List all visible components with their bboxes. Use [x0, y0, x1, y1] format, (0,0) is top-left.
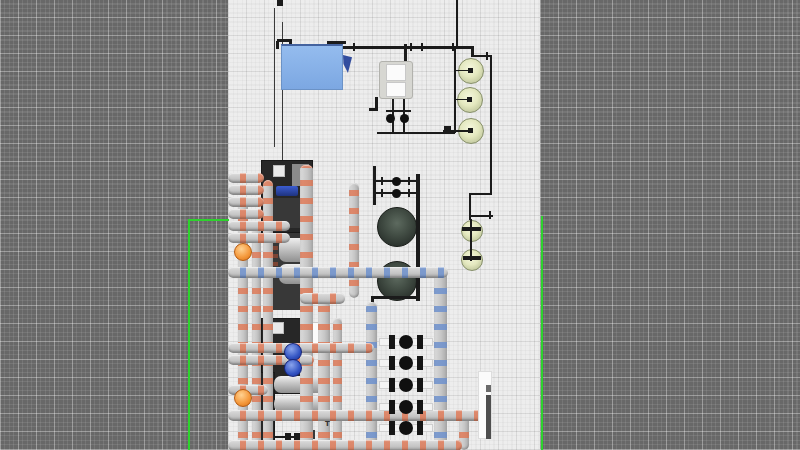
- valve-flange: [389, 400, 395, 414]
- insulated-pipe-h[interactable]: [228, 233, 290, 243]
- valve-flange: [389, 356, 395, 370]
- butterfly-valve-disc: [399, 421, 413, 435]
- tank-stub-tick[interactable]: [489, 211, 491, 219]
- insulated-pipe-h[interactable]: [228, 173, 264, 183]
- filter-tank-small[interactable]: [461, 220, 483, 242]
- butterfly-valve-disc: [399, 356, 413, 370]
- pipe-tick[interactable]: [421, 43, 423, 51]
- duct-riser-cap[interactable]: [486, 385, 491, 392]
- section-marker[interactable]: [277, 0, 283, 6]
- tank-center-dot[interactable]: [468, 128, 473, 133]
- model-layer: T: [0, 0, 800, 450]
- manifold-tick[interactable]: [381, 189, 383, 197]
- valve-flange: [417, 356, 423, 370]
- supply-pipe-jog[interactable]: [471, 55, 492, 57]
- insulated-pipe-v[interactable]: [349, 183, 359, 298]
- valve-flange: [389, 421, 395, 435]
- isolation-valve[interactable]: [379, 334, 433, 350]
- heat-exchanger-plate[interactable]: [386, 82, 406, 97]
- tank-center-dot[interactable]: [467, 97, 472, 102]
- tank-inflow-wedge[interactable]: [343, 55, 352, 73]
- cad-viewport[interactable]: T: [0, 0, 800, 450]
- branch-pipe[interactable]: [454, 46, 456, 133]
- riser-elbow[interactable]: [469, 193, 492, 195]
- chilled-water-pipe-v[interactable]: [366, 302, 377, 450]
- isolation-valve[interactable]: [379, 399, 433, 415]
- scope-line-top-left[interactable]: [188, 219, 229, 221]
- manifold-tick[interactable]: [408, 177, 410, 185]
- pipe-tick[interactable]: [410, 43, 412, 51]
- reference-line[interactable]: [274, 8, 275, 147]
- filter-tank-small[interactable]: [461, 249, 483, 271]
- chilled-water-pipe-h[interactable]: [228, 267, 448, 278]
- butterfly-valve-disc: [399, 400, 413, 414]
- valve-handwheel-orange[interactable]: [234, 389, 252, 407]
- valve-handwheel-orange[interactable]: [234, 243, 252, 261]
- pipe-tick[interactable]: [452, 43, 454, 51]
- riser-pipe[interactable]: [490, 55, 492, 195]
- butterfly-valve-disc: [399, 378, 413, 392]
- insulated-pipe-h[interactable]: [228, 221, 290, 231]
- tank-header-bar[interactable]: [463, 256, 481, 260]
- hx-elbow[interactable]: [369, 108, 378, 111]
- insulated-pipe-h[interactable]: [228, 197, 264, 207]
- scope-line-right[interactable]: [541, 216, 543, 450]
- scope-line-left[interactable]: [188, 219, 190, 450]
- insulated-pipe-h[interactable]: [228, 185, 264, 195]
- manifold-bar[interactable]: [373, 166, 376, 205]
- manifold-tick[interactable]: [381, 177, 383, 185]
- valve-disc[interactable]: [386, 114, 395, 123]
- valve-flange: [417, 335, 423, 349]
- branch-pipe[interactable]: [456, 0, 458, 47]
- chiller-part-white[interactable]: [273, 165, 285, 177]
- valve-disc[interactable]: [392, 189, 401, 198]
- tank-inlet-elbow[interactable]: [276, 41, 279, 49]
- valve-flange: [417, 400, 423, 414]
- butterfly-valve-disc: [399, 335, 413, 349]
- pump-dome-blue[interactable]: [284, 359, 302, 377]
- reference-line[interactable]: [282, 22, 283, 160]
- tank-header-bar[interactable]: [462, 227, 481, 231]
- insulated-pipe-h[interactable]: [228, 209, 264, 219]
- pipe-tag-label: T: [325, 421, 337, 429]
- hx-bottom-pipe[interactable]: [377, 132, 455, 134]
- isolation-valve[interactable]: [379, 420, 433, 436]
- valve-flange: [389, 335, 395, 349]
- buffer-tank-dark[interactable]: [377, 207, 417, 247]
- pump-impeller-blue[interactable]: [276, 186, 298, 196]
- insulated-pipe-h[interactable]: [228, 440, 462, 450]
- valve-bar[interactable]: [398, 110, 411, 112]
- heat-exchanger-plate[interactable]: [386, 64, 406, 81]
- insulated-pipe-h[interactable]: [300, 293, 345, 304]
- valve-disc[interactable]: [392, 177, 401, 186]
- valve-flange: [417, 378, 423, 392]
- insulated-pipe-v[interactable]: [333, 318, 342, 450]
- isolation-valve[interactable]: [379, 355, 433, 371]
- valve-flange: [389, 378, 395, 392]
- chilled-water-pipe-v[interactable]: [434, 268, 447, 450]
- insulated-pipe-h[interactable]: [228, 410, 490, 421]
- tank-center-dot[interactable]: [468, 68, 473, 73]
- manifold-elbow[interactable]: [372, 296, 418, 299]
- valve-flange: [417, 421, 423, 435]
- insulated-pipe-v[interactable]: [300, 165, 313, 450]
- valve-disc[interactable]: [400, 114, 409, 123]
- tank-connector[interactable]: [470, 219, 472, 261]
- manifold-tick[interactable]: [408, 189, 410, 197]
- pipe-tick[interactable]: [486, 52, 488, 60]
- isolation-valve[interactable]: [379, 377, 433, 393]
- pipe-tick[interactable]: [353, 43, 355, 51]
- water-tank[interactable]: [281, 44, 343, 90]
- duct-riser-bar[interactable]: [486, 395, 491, 439]
